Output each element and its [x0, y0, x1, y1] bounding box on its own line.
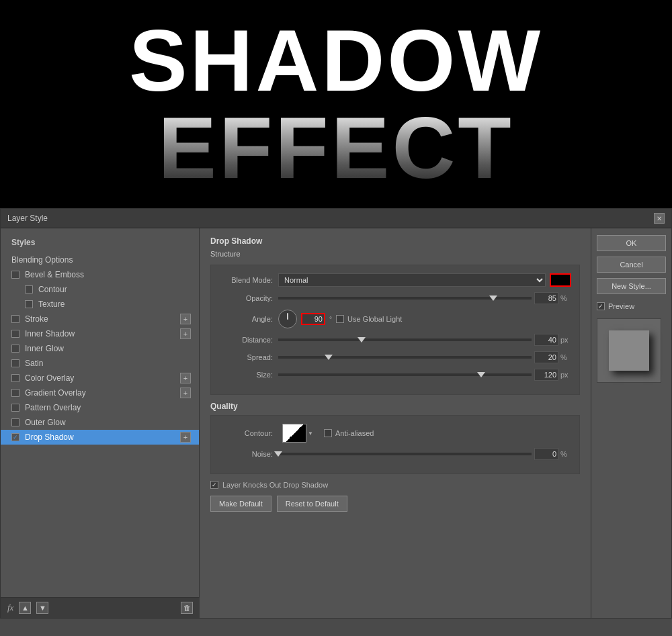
sidebar-item-color-overlay[interactable]: Color Overlay + [1, 371, 199, 385]
gradient-overlay-add-button[interactable]: + [180, 388, 191, 398]
preview-thumbnail [597, 318, 661, 383]
distance-unit: px [560, 336, 571, 344]
preview-inner-box [609, 330, 649, 371]
inner-shadow-checkbox[interactable] [11, 330, 19, 338]
layer-style-dialog: Layer Style ✕ Styles Blending Options Be… [0, 208, 672, 619]
quality-panel: Contour: ▼ Anti-aliased Noise: [210, 415, 580, 474]
move-up-button[interactable]: ▲ [19, 602, 31, 614]
sidebar-item-stroke[interactable]: Stroke + [1, 312, 199, 326]
sidebar-item-gradient-overlay[interactable]: Gradient Overlay + [1, 385, 199, 400]
close-button[interactable]: ✕ [654, 213, 665, 224]
contour-checkbox[interactable] [25, 285, 33, 293]
right-panel: OK Cancel New Style... Preview [591, 228, 671, 618]
angle-dial[interactable] [278, 310, 297, 328]
pattern-overlay-checkbox[interactable] [11, 404, 19, 412]
satin-checkbox[interactable] [11, 359, 19, 367]
spread-slider-container: % [278, 351, 571, 363]
drop-shadow-add-button[interactable]: + [180, 432, 191, 443]
reset-to-default-button[interactable]: Reset to Default [277, 496, 347, 512]
preview-label-text: Preview [608, 302, 634, 310]
move-down-button[interactable]: ▼ [36, 602, 48, 614]
texture-checkbox[interactable] [25, 300, 33, 308]
size-slider[interactable] [278, 373, 532, 376]
sidebar-item-drop-shadow[interactable]: Drop Shadow + [1, 430, 199, 445]
opacity-value-input[interactable] [534, 292, 558, 304]
fx-label: fx [7, 602, 13, 613]
anti-aliased-label: Anti-aliased [335, 429, 374, 437]
use-global-light-row: Use Global Light [336, 315, 402, 323]
sidebar-item-pattern-overlay[interactable]: Pattern Overlay [1, 400, 199, 415]
opacity-slider-thumb [489, 296, 497, 301]
layer-knocks-row: Layer Knocks Out Drop Shadow [210, 481, 580, 489]
distance-value-input[interactable] [534, 334, 558, 346]
drop-shadow-checkbox[interactable] [11, 433, 19, 441]
dialog-body: Styles Blending Options Bevel & Emboss C… [1, 228, 671, 618]
outer-glow-label: Outer Glow [25, 418, 66, 427]
left-panel-bottom: fx ▲ ▼ 🗑 [1, 597, 200, 618]
bevel-emboss-checkbox[interactable] [11, 271, 19, 279]
opacity-label: Opacity: [219, 294, 273, 302]
stroke-checkbox[interactable] [11, 315, 19, 323]
shadow-color-swatch[interactable] [550, 273, 571, 287]
new-style-button[interactable]: New Style... [597, 278, 666, 294]
outer-glow-checkbox[interactable] [11, 418, 19, 426]
anti-aliased-row: Anti-aliased [324, 429, 374, 437]
drop-shadow-section-title: Drop Shadow [210, 236, 580, 246]
size-slider-container: px [278, 369, 571, 381]
structure-panel: Blend Mode: Normal Multiply Screen Overl… [210, 265, 580, 395]
anti-aliased-checkbox[interactable] [324, 429, 332, 437]
sidebar-item-bevel-emboss[interactable]: Bevel & Emboss [1, 267, 199, 282]
opacity-slider-container: % [278, 292, 571, 304]
cancel-button[interactable]: Cancel [597, 257, 666, 273]
noise-row: Noise: % [219, 448, 571, 460]
inner-glow-checkbox[interactable] [11, 345, 19, 353]
layer-knocks-checkbox[interactable] [210, 481, 218, 489]
distance-label: Distance: [219, 336, 273, 344]
angle-value-input[interactable] [301, 313, 325, 325]
make-default-button[interactable]: Make Default [210, 496, 271, 512]
gradient-overlay-checkbox[interactable] [11, 389, 19, 397]
inner-glow-label: Inner Glow [25, 344, 64, 353]
inner-shadow-label: Inner Shadow [25, 329, 75, 338]
distance-slider-thumb [358, 337, 366, 343]
size-unit: px [560, 371, 571, 379]
spread-slider-thumb [325, 355, 333, 360]
distance-slider[interactable] [278, 338, 532, 341]
spread-value-input[interactable] [534, 351, 558, 363]
dialog-title-bar: Layer Style ✕ [1, 209, 671, 228]
use-global-light-label: Use Global Light [347, 315, 402, 323]
sidebar-item-blending-options[interactable]: Blending Options [1, 253, 199, 267]
sidebar-item-inner-glow[interactable]: Inner Glow [1, 341, 199, 356]
sidebar-item-inner-shadow[interactable]: Inner Shadow + [1, 326, 199, 341]
inner-shadow-add-button[interactable]: + [180, 328, 191, 339]
size-value-input[interactable] [534, 369, 558, 381]
ok-button[interactable]: OK [597, 235, 666, 251]
sidebar-item-contour[interactable]: Contour [1, 282, 199, 297]
opacity-row: Opacity: % [219, 292, 571, 304]
distance-slider-container: px [278, 334, 571, 346]
noise-slider[interactable] [278, 453, 532, 455]
noise-value-input[interactable] [534, 448, 558, 460]
main-content: Drop Shadow Structure Blend Mode: Normal… [200, 228, 591, 618]
sidebar-item-texture[interactable]: Texture [1, 297, 199, 312]
blend-mode-select[interactable]: Normal Multiply Screen Overlay [278, 273, 546, 287]
opacity-slider[interactable] [278, 297, 532, 300]
color-overlay-checkbox[interactable] [11, 374, 19, 382]
noise-unit: % [560, 450, 571, 458]
delete-button[interactable]: 🗑 [181, 602, 193, 614]
noise-slider-container: % [278, 448, 571, 460]
canvas-line2: EFFECT [129, 104, 543, 191]
color-overlay-add-button[interactable]: + [180, 373, 191, 383]
contour-swatch[interactable] [282, 424, 306, 443]
sidebar-item-outer-glow[interactable]: Outer Glow [1, 415, 199, 430]
spread-slider[interactable] [278, 356, 532, 359]
canvas-line1: SHADOW [129, 17, 543, 104]
contour-select[interactable]: ▼ [282, 424, 313, 443]
sidebar-item-satin[interactable]: Satin [1, 356, 199, 371]
preview-checkbox[interactable] [597, 302, 605, 310]
stroke-add-button[interactable]: + [180, 314, 191, 324]
size-label: Size: [219, 371, 273, 379]
contour-dropdown-arrow: ▼ [308, 430, 313, 437]
layer-knocks-label: Layer Knocks Out Drop Shadow [222, 481, 328, 489]
use-global-light-checkbox[interactable] [336, 315, 344, 323]
